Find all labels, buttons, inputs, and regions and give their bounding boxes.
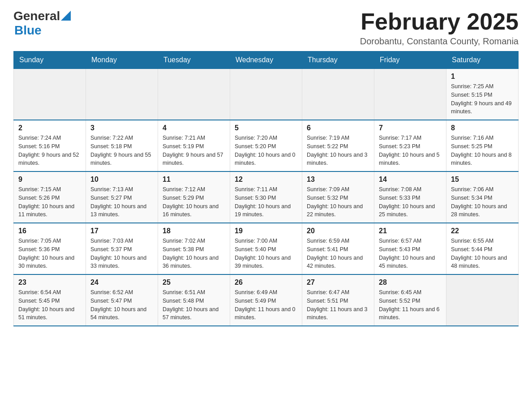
calendar-cell: 3Sunrise: 7:22 AM Sunset: 5:18 PM Daylig… <box>86 120 158 171</box>
calendar-cell: 10Sunrise: 7:13 AM Sunset: 5:27 PM Dayli… <box>86 171 158 223</box>
calendar-week-1: 1Sunrise: 7:25 AM Sunset: 5:15 PM Daylig… <box>14 69 519 120</box>
calendar-cell: 14Sunrise: 7:08 AM Sunset: 5:33 PM Dayli… <box>374 171 446 223</box>
day-info: Sunrise: 7:00 AM Sunset: 5:40 PM Dayligh… <box>235 237 297 270</box>
calendar-cell: 4Sunrise: 7:21 AM Sunset: 5:19 PM Daylig… <box>158 120 230 171</box>
calendar-table: SundayMondayTuesdayWednesdayThursdayFrid… <box>13 51 519 326</box>
day-number: 10 <box>90 176 153 184</box>
day-number: 19 <box>235 227 297 235</box>
logo-top: General <box>13 9 71 23</box>
day-number: 20 <box>307 227 369 235</box>
calendar-body: 1Sunrise: 7:25 AM Sunset: 5:15 PM Daylig… <box>14 69 519 326</box>
calendar-cell: 12Sunrise: 7:11 AM Sunset: 5:30 PM Dayli… <box>230 171 302 223</box>
day-number: 3 <box>90 124 153 132</box>
day-number: 9 <box>18 176 81 184</box>
page-header: General Blue February 2025 Dorobantu, Co… <box>13 9 519 47</box>
day-number: 7 <box>379 124 442 132</box>
day-number: 25 <box>163 278 225 287</box>
logo-bottom: Blue <box>14 23 71 38</box>
day-number: 26 <box>235 278 297 287</box>
day-info: Sunrise: 6:57 AM Sunset: 5:43 PM Dayligh… <box>379 237 442 270</box>
day-info: Sunrise: 7:11 AM Sunset: 5:30 PM Dayligh… <box>235 185 297 219</box>
location-subtitle: Dorobantu, Constanta County, Romania <box>360 36 519 47</box>
day-info: Sunrise: 6:47 AM Sunset: 5:51 PM Dayligh… <box>307 288 369 322</box>
day-info: Sunrise: 7:20 AM Sunset: 5:20 PM Dayligh… <box>235 134 297 167</box>
day-number: 23 <box>18 278 81 287</box>
calendar-cell: 23Sunrise: 6:54 AM Sunset: 5:45 PM Dayli… <box>14 274 86 326</box>
calendar-week-4: 16Sunrise: 7:05 AM Sunset: 5:36 PM Dayli… <box>14 223 519 274</box>
calendar-cell <box>374 69 446 120</box>
day-info: Sunrise: 7:16 AM Sunset: 5:25 PM Dayligh… <box>451 134 514 167</box>
day-info: Sunrise: 6:52 AM Sunset: 5:47 PM Dayligh… <box>90 288 153 322</box>
day-info: Sunrise: 7:05 AM Sunset: 5:36 PM Dayligh… <box>18 237 81 270</box>
day-info: Sunrise: 7:13 AM Sunset: 5:27 PM Dayligh… <box>90 185 153 219</box>
calendar-cell: 25Sunrise: 6:51 AM Sunset: 5:48 PM Dayli… <box>158 274 230 326</box>
month-title: February 2025 <box>360 9 519 34</box>
calendar-cell <box>230 69 302 120</box>
day-info: Sunrise: 6:54 AM Sunset: 5:45 PM Dayligh… <box>18 288 81 322</box>
calendar-cell: 11Sunrise: 7:12 AM Sunset: 5:29 PM Dayli… <box>158 171 230 223</box>
weekday-header-thursday: Thursday <box>302 51 374 69</box>
calendar-cell: 21Sunrise: 6:57 AM Sunset: 5:43 PM Dayli… <box>374 223 446 274</box>
day-info: Sunrise: 6:49 AM Sunset: 5:49 PM Dayligh… <box>235 288 297 322</box>
day-info: Sunrise: 7:03 AM Sunset: 5:37 PM Dayligh… <box>90 237 153 270</box>
logo-general-text: General <box>13 9 60 23</box>
calendar-cell: 7Sunrise: 7:17 AM Sunset: 5:23 PM Daylig… <box>374 120 446 171</box>
day-number: 14 <box>379 176 442 184</box>
calendar-cell <box>14 69 86 120</box>
day-info: Sunrise: 7:09 AM Sunset: 5:32 PM Dayligh… <box>307 185 369 219</box>
day-info: Sunrise: 7:17 AM Sunset: 5:23 PM Dayligh… <box>379 134 442 167</box>
day-number: 21 <box>379 227 442 235</box>
day-number: 11 <box>163 176 225 184</box>
day-number: 28 <box>379 278 442 287</box>
day-info: Sunrise: 6:55 AM Sunset: 5:44 PM Dayligh… <box>451 237 514 270</box>
day-number: 1 <box>451 73 514 81</box>
day-info: Sunrise: 7:06 AM Sunset: 5:34 PM Dayligh… <box>451 185 514 219</box>
day-number: 24 <box>90 278 153 287</box>
calendar-cell: 18Sunrise: 7:02 AM Sunset: 5:38 PM Dayli… <box>158 223 230 274</box>
day-info: Sunrise: 6:51 AM Sunset: 5:48 PM Dayligh… <box>163 288 225 322</box>
day-number: 17 <box>90 227 153 235</box>
day-info: Sunrise: 7:24 AM Sunset: 5:16 PM Dayligh… <box>18 134 81 167</box>
weekday-header-saturday: Saturday <box>446 51 519 69</box>
calendar-cell: 8Sunrise: 7:16 AM Sunset: 5:25 PM Daylig… <box>446 120 519 171</box>
weekday-header-friday: Friday <box>374 51 446 69</box>
day-info: Sunrise: 7:19 AM Sunset: 5:22 PM Dayligh… <box>307 134 369 167</box>
calendar-week-5: 23Sunrise: 6:54 AM Sunset: 5:45 PM Dayli… <box>14 274 519 326</box>
calendar-cell: 2Sunrise: 7:24 AM Sunset: 5:16 PM Daylig… <box>14 120 86 171</box>
logo-blue-text: Blue <box>14 23 42 38</box>
day-info: Sunrise: 6:45 AM Sunset: 5:52 PM Dayligh… <box>379 288 442 322</box>
calendar-week-3: 9Sunrise: 7:15 AM Sunset: 5:26 PM Daylig… <box>14 171 519 223</box>
calendar-week-2: 2Sunrise: 7:24 AM Sunset: 5:16 PM Daylig… <box>14 120 519 171</box>
calendar-cell: 5Sunrise: 7:20 AM Sunset: 5:20 PM Daylig… <box>230 120 302 171</box>
calendar-cell: 17Sunrise: 7:03 AM Sunset: 5:37 PM Dayli… <box>86 223 158 274</box>
calendar-cell <box>86 69 158 120</box>
weekday-header-monday: Monday <box>86 51 158 69</box>
calendar-cell <box>302 69 374 120</box>
calendar-cell: 24Sunrise: 6:52 AM Sunset: 5:47 PM Dayli… <box>86 274 158 326</box>
weekday-header-sunday: Sunday <box>14 51 86 69</box>
day-number: 8 <box>451 124 514 132</box>
day-number: 15 <box>451 176 514 184</box>
calendar-cell: 1Sunrise: 7:25 AM Sunset: 5:15 PM Daylig… <box>446 69 519 120</box>
calendar-cell: 27Sunrise: 6:47 AM Sunset: 5:51 PM Dayli… <box>302 274 374 326</box>
weekday-header-tuesday: Tuesday <box>158 51 230 69</box>
calendar-cell: 26Sunrise: 6:49 AM Sunset: 5:49 PM Dayli… <box>230 274 302 326</box>
day-number: 22 <box>451 227 514 235</box>
day-number: 18 <box>163 227 225 235</box>
day-number: 12 <box>235 176 297 184</box>
days-of-week-row: SundayMondayTuesdayWednesdayThursdayFrid… <box>14 51 519 69</box>
calendar-cell: 20Sunrise: 6:59 AM Sunset: 5:41 PM Dayli… <box>302 223 374 274</box>
day-number: 16 <box>18 227 81 235</box>
title-section: February 2025 Dorobantu, Constanta Count… <box>360 9 519 47</box>
calendar-cell: 9Sunrise: 7:15 AM Sunset: 5:26 PM Daylig… <box>14 171 86 223</box>
day-number: 5 <box>235 124 297 132</box>
day-info: Sunrise: 7:25 AM Sunset: 5:15 PM Dayligh… <box>451 82 514 116</box>
day-info: Sunrise: 7:02 AM Sunset: 5:38 PM Dayligh… <box>163 237 225 270</box>
calendar-cell: 19Sunrise: 7:00 AM Sunset: 5:40 PM Dayli… <box>230 223 302 274</box>
day-info: Sunrise: 7:22 AM Sunset: 5:18 PM Dayligh… <box>90 134 153 167</box>
calendar-cell <box>158 69 230 120</box>
day-number: 2 <box>18 124 81 132</box>
day-info: Sunrise: 7:08 AM Sunset: 5:33 PM Dayligh… <box>379 185 442 219</box>
day-number: 27 <box>307 278 369 287</box>
logo: General Blue <box>13 9 71 38</box>
